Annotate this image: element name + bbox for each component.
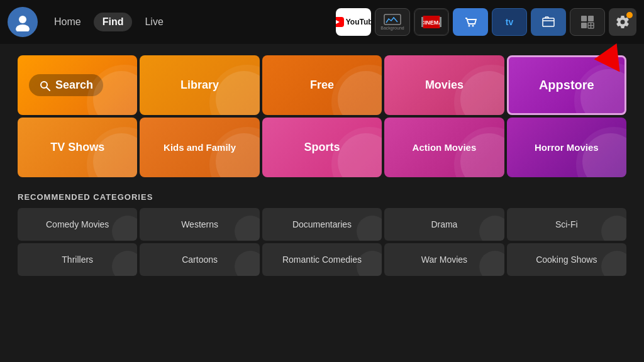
nav-home[interactable]: Home (45, 13, 90, 31)
search-label: Search (55, 79, 93, 92)
action-label: Action Movies (408, 142, 482, 153)
search-pill: Search (29, 74, 103, 96)
settings-notification-dot (626, 12, 633, 18)
rec-comedy-movies[interactable]: Comedy Movies (18, 208, 137, 241)
svg-rect-7 (462, 13, 479, 31)
app-filebrowser[interactable] (531, 8, 566, 36)
tile-movies[interactable]: Movies (384, 55, 504, 115)
rec-cartoons[interactable]: Cartoons (140, 243, 259, 276)
rec-westerns[interactable]: Westerns (140, 208, 259, 241)
main-content: Search Library Free Movies Appstore TV S… (0, 44, 644, 283)
tile-tvshows[interactable]: TV Shows (18, 118, 137, 177)
app-grid[interactable] (570, 8, 605, 36)
background-label: Background (380, 26, 404, 30)
rec-cooking-shows[interactable]: Cooking Shows (507, 243, 626, 276)
tvshows-label: TV Shows (50, 141, 104, 154)
library-label: Library (180, 79, 219, 92)
kids-label: Kids and Family (158, 142, 241, 153)
recommended-grid: Comedy Movies Westerns Documentaries Dra… (18, 208, 626, 276)
nav-find[interactable]: Find (94, 13, 133, 31)
app-tv[interactable]: tv (492, 8, 527, 36)
rec-thrillers[interactable]: Thrillers (18, 243, 137, 276)
svg-rect-10 (540, 13, 557, 31)
rec-drama[interactable]: Drama (384, 208, 504, 241)
youtube-label: YouTube (346, 18, 371, 26)
top-navigation: Home Find Live YouTube Backgro (0, 0, 644, 44)
sports-label: Sports (304, 141, 340, 154)
rec-war-movies[interactable]: War Movies (384, 243, 504, 276)
svg-point-8 (469, 25, 470, 27)
nav-links: Home Find Live (45, 13, 172, 31)
appstore-label: Appstore (539, 78, 594, 92)
tile-kids[interactable]: Kids and Family (140, 118, 259, 177)
free-label: Free (310, 79, 334, 92)
svg-rect-18 (581, 23, 587, 28)
avatar[interactable] (8, 7, 38, 37)
app-background[interactable]: Background (375, 8, 410, 36)
tile-search[interactable]: Search (18, 55, 137, 115)
app-youtube[interactable]: YouTube (336, 8, 371, 36)
red-arrow-indicator (599, 44, 626, 74)
tile-free[interactable]: Free (262, 55, 382, 115)
recommended-section: RECOMMENDED CATEGORIES Comedy Movies Wes… (18, 192, 626, 276)
tile-sports[interactable]: Sports (262, 118, 382, 177)
recommended-label: RECOMMENDED CATEGORIES (18, 192, 626, 202)
category-grid: Search Library Free Movies Appstore TV S… (18, 55, 626, 177)
app-cinema[interactable]: CINEMA (414, 8, 449, 36)
rec-documentaries[interactable]: Documentaries (262, 208, 382, 241)
svg-point-0 (19, 16, 26, 23)
app-cart[interactable] (453, 8, 488, 36)
settings-button[interactable] (609, 8, 636, 36)
svg-rect-6 (440, 17, 441, 27)
svg-rect-17 (588, 16, 594, 21)
tile-horror[interactable]: Horror Movies (507, 118, 626, 177)
svg-text:CINEMA: CINEMA (421, 19, 441, 26)
horror-label: Horror Movies (530, 142, 604, 153)
svg-rect-5 (421, 17, 423, 27)
nav-live[interactable]: Live (136, 13, 172, 31)
svg-point-1 (16, 25, 30, 31)
svg-line-23 (47, 87, 50, 90)
rec-romantic-comedies[interactable]: Romantic Comedies (262, 243, 382, 276)
svg-rect-16 (581, 16, 587, 21)
nav-apps: YouTube Background CINEMA (336, 8, 636, 36)
svg-point-9 (472, 25, 474, 27)
tile-action[interactable]: Action Movies (384, 118, 504, 177)
rec-scifi[interactable]: Sci-Fi (507, 208, 626, 241)
tile-library[interactable]: Library (140, 55, 259, 115)
movies-label: Movies (425, 79, 464, 92)
